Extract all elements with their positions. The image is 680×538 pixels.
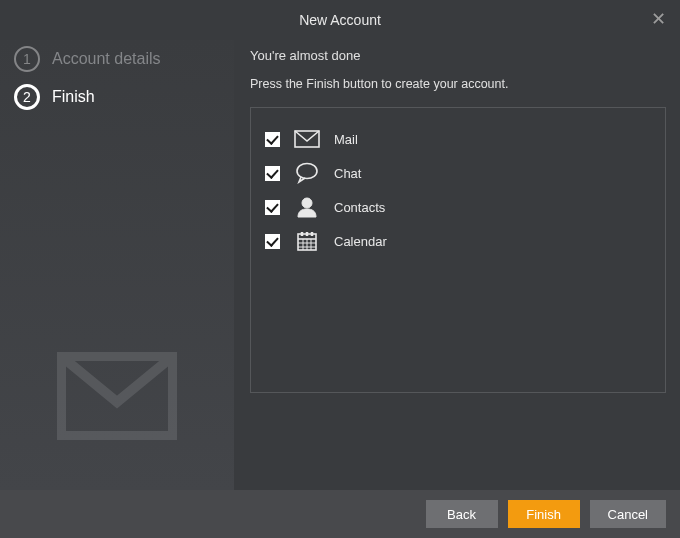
option-contacts: Contacts: [265, 190, 651, 224]
svg-point-2: [297, 164, 317, 179]
option-calendar: Calendar: [265, 224, 651, 258]
dialog-title: New Account: [0, 0, 680, 28]
close-icon[interactable]: ✕: [651, 10, 666, 28]
footer-bar: Back Finish Cancel: [0, 490, 680, 538]
contacts-icon: [294, 196, 320, 218]
step-account-details[interactable]: 1 Account details: [0, 40, 234, 78]
instruction-text: Press the Finish button to create your a…: [250, 77, 666, 91]
checkbox-calendar[interactable]: [265, 234, 280, 249]
finish-button[interactable]: Finish: [508, 500, 580, 528]
step-number-badge: 2: [14, 84, 40, 110]
options-container: Mail Chat Contacts: [250, 107, 666, 393]
mail-icon: [294, 130, 320, 148]
checkbox-chat[interactable]: [265, 166, 280, 181]
calendar-icon: [294, 230, 320, 252]
option-label: Calendar: [334, 234, 387, 249]
step-finish[interactable]: 2 Finish: [0, 78, 234, 116]
step-label: Finish: [52, 88, 95, 106]
cancel-button[interactable]: Cancel: [590, 500, 666, 528]
option-label: Mail: [334, 132, 358, 147]
option-label: Chat: [334, 166, 361, 181]
step-label: Account details: [52, 50, 161, 68]
back-button[interactable]: Back: [426, 500, 498, 528]
option-mail: Mail: [265, 122, 651, 156]
subtitle-text: You're almost done: [250, 48, 666, 63]
svg-point-3: [302, 198, 312, 208]
option-label: Contacts: [334, 200, 385, 215]
sidebar: 1 Account details 2 Finish: [0, 40, 234, 490]
checkbox-mail[interactable]: [265, 132, 280, 147]
main-panel: You're almost done Press the Finish butt…: [250, 48, 666, 393]
envelope-illustration: [0, 352, 234, 440]
option-chat: Chat: [265, 156, 651, 190]
chat-icon: [294, 162, 320, 184]
checkbox-contacts[interactable]: [265, 200, 280, 215]
step-number-badge: 1: [14, 46, 40, 72]
